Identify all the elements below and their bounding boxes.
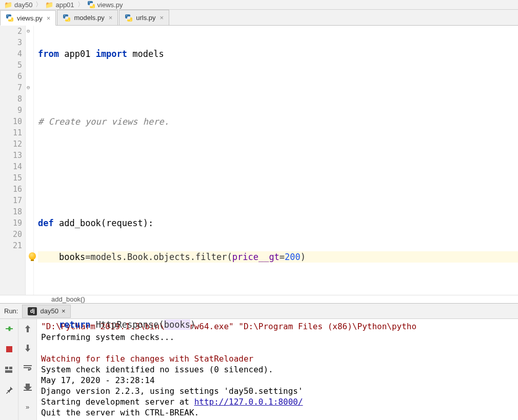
code-line — [38, 184, 518, 195]
folder-icon: 📁 — [45, 1, 53, 9]
breadcrumb-item[interactable]: 📁 day50 — [2, 1, 34, 9]
close-icon[interactable]: × — [159, 14, 165, 22]
svg-point-3 — [11, 20, 12, 21]
line-number: 11 — [0, 127, 22, 138]
line-number: 5 — [0, 59, 22, 71]
stop-button[interactable] — [3, 344, 15, 355]
svg-point-5 — [69, 20, 69, 21]
code-area[interactable]: from app01 import models # Create your v… — [34, 26, 518, 295]
line-number: 8 — [0, 93, 22, 105]
scroll-down-button[interactable] — [22, 343, 34, 354]
breadcrumb-label: views.py — [97, 1, 123, 9]
code-line: def add_book(request): — [38, 217, 518, 229]
code-line — [38, 150, 518, 161]
run-toolbar-console: » — [18, 319, 37, 420]
tab-views[interactable]: views.py × — [0, 10, 56, 26]
breadcrumb-label: app01 — [55, 1, 74, 9]
tab-label: models.py — [74, 14, 104, 22]
breadcrumb-separator: 〉 — [34, 0, 43, 9]
scroll-up-button[interactable] — [22, 323, 34, 334]
line-number: 21 — [0, 240, 22, 251]
line-number: 15 — [0, 172, 22, 184]
svg-point-2 — [7, 15, 8, 15]
code-line: # Create your views here. — [38, 116, 518, 127]
code-line — [38, 285, 518, 296]
python-file-icon — [6, 14, 14, 22]
rerun-button[interactable] — [3, 323, 15, 334]
svg-rect-8 — [6, 346, 12, 352]
breadcrumb: 📁 day50 〉 📁 app01 〉 views.py — [0, 0, 518, 10]
close-icon[interactable]: × — [46, 14, 52, 22]
folder-icon: 📁 — [4, 1, 12, 9]
line-number: 14 — [0, 161, 22, 172]
line-number: 10 — [0, 116, 22, 127]
soft-wrap-button[interactable] — [22, 362, 34, 373]
django-icon: dj — [28, 307, 37, 315]
gutter: 2 3 4 5 6 7 8 9 10 11 12 13 14 15 16 17 … — [0, 26, 26, 295]
line-number: 3 — [0, 37, 22, 48]
code-line — [38, 82, 518, 93]
code-line: from app01 import models — [38, 48, 518, 59]
fold-icon[interactable]: ⊖ — [27, 26, 30, 37]
lightbulb-icon[interactable] — [29, 252, 36, 259]
line-number: 12 — [0, 138, 22, 150]
svg-point-0 — [89, 2, 89, 2]
breadcrumb-separator: 〉 — [76, 0, 85, 9]
line-number: 9 — [0, 105, 22, 116]
svg-rect-11 — [5, 370, 12, 373]
editor-tabbar: views.py × models.py × urls.py × — [0, 10, 518, 26]
line-number: 20 — [0, 229, 22, 240]
code-line-current: books=models.Book.objects.filter(price__… — [38, 251, 518, 263]
code-line — [38, 387, 518, 398]
code-line — [38, 353, 518, 364]
svg-rect-9 — [5, 367, 8, 369]
svg-point-6 — [127, 15, 127, 15]
line-number: 7 — [0, 82, 22, 93]
line-number: 13 — [0, 150, 22, 161]
run-label: Run: — [0, 307, 22, 315]
line-number: 2 — [0, 26, 22, 37]
svg-point-7 — [131, 20, 131, 21]
svg-rect-10 — [9, 367, 12, 369]
python-file-icon — [87, 1, 95, 9]
python-file-icon — [125, 14, 133, 22]
line-number: 19 — [0, 217, 22, 229]
svg-point-1 — [93, 7, 93, 7]
tab-urls[interactable]: urls.py × — [119, 10, 169, 25]
breadcrumb-label: day50 — [14, 1, 32, 9]
code-editor[interactable]: 2 3 4 5 6 7 8 9 10 11 12 13 14 15 16 17 … — [0, 26, 518, 295]
run-toolbar-left — [0, 319, 18, 420]
scroll-to-end-button[interactable] — [22, 382, 34, 393]
line-number: 18 — [0, 206, 22, 217]
breadcrumb-item[interactable]: views.py — [85, 1, 125, 9]
svg-point-4 — [65, 15, 65, 15]
breadcrumb-item[interactable]: 📁 app01 — [43, 1, 76, 9]
line-number: 16 — [0, 184, 22, 195]
close-icon[interactable]: × — [108, 14, 114, 22]
fold-icon[interactable]: ⊖ — [27, 82, 30, 93]
layout-button[interactable] — [3, 364, 15, 375]
tab-label: urls.py — [136, 14, 155, 22]
line-number: 4 — [0, 48, 22, 59]
line-number: 17 — [0, 195, 22, 206]
tab-label: views.py — [17, 14, 43, 22]
svg-rect-12 — [24, 390, 32, 391]
python-file-icon — [63, 14, 71, 22]
code-line: return HttpResponse(books) — [38, 319, 518, 330]
more-button[interactable]: » — [22, 401, 34, 412]
line-number: 6 — [0, 71, 22, 82]
pin-button[interactable] — [3, 385, 15, 396]
tab-models[interactable]: models.py × — [57, 10, 118, 25]
